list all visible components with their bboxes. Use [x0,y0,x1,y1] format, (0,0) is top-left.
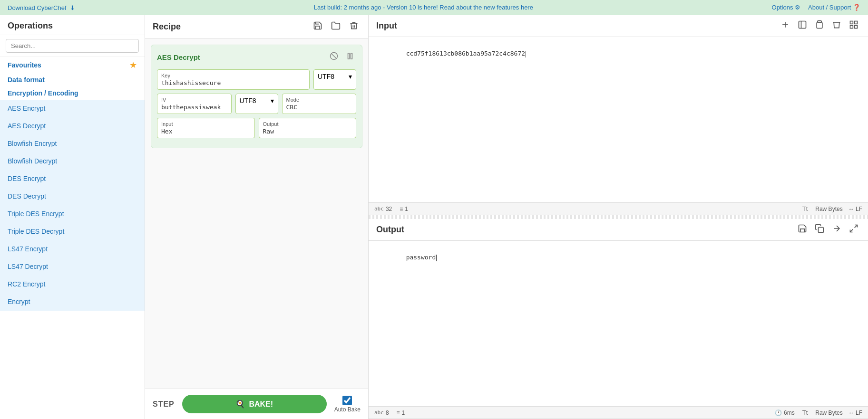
input-statusbar: abc 32 ≡ 1 Tt Raw Bytes ↔ LF [369,202,868,215]
mode-field: Mode CBC [282,94,357,114]
io-divider[interactable] [369,215,868,219]
output-title: Output [376,225,404,235]
recipe-header-icons [311,20,361,34]
output-statusbar-right: 🕐 6ms Tt Raw Bytes ↔ LF [775,408,862,417]
sidebar-item-des-decrypt[interactable]: DES Decrypt [0,188,145,205]
sidebar-item-label: LS47 Decrypt [8,263,48,270]
sidebar-item-blowfish-encrypt[interactable]: Blowfish Encrypt [0,135,145,152]
svg-line-13 [855,225,858,228]
sidebar-item-label: Triple DES Decrypt [8,228,64,235]
svg-rect-3 [351,53,352,59]
output-chars: 8 [386,409,389,416]
recipe-card-header: AES Decrypt [157,51,356,64]
sidebar-item-blowfish-decrypt[interactable]: Blowfish Decrypt [0,152,145,170]
input-grid-button[interactable] [847,19,860,33]
aes-decrypt-card: AES Decrypt Key th [151,45,362,148]
build-link[interactable]: here [521,4,533,11]
topbar-right: Options ⚙ About / Support ❓ [772,4,860,11]
sidebar-item-label: DES Encrypt [8,175,46,182]
bake-button[interactable]: 🍳 BAKE! [182,395,327,413]
options-link[interactable]: Options ⚙ [772,4,800,11]
input-font-button[interactable]: Tt [800,204,810,213]
input-header-icons [779,19,860,33]
sidebar-items: Favourites ★ Data format Encryption / En… [0,57,145,419]
sidebar-item-triple-des-encrypt[interactable]: Triple DES Encrypt [0,205,145,223]
key-label: Key [161,73,305,78]
sidebar-item-des-encrypt[interactable]: DES Encrypt [0,170,145,188]
output-time: 🕐 6ms [775,409,795,416]
key-encoding-field[interactable]: UTF8 ▾ [313,69,356,90]
iv-encoding-select[interactable]: UTF8 ▾ [240,97,274,105]
input-value: ccd75f18613cb086b1aa95a72c4c8672 [406,50,525,57]
open-recipe-button[interactable] [329,20,342,34]
output-section: Output password [369,219,868,419]
output-font-button[interactable]: Tt [800,408,810,417]
build-notice: Last build: 2 months ago - Version 10 is… [314,4,519,11]
input-open-button[interactable] [796,19,809,33]
input-format-field: Input Hex [157,118,255,138]
sidebar-item-ls47-encrypt[interactable]: LS47 Encrypt [0,240,145,258]
chevron-down-icon: ▾ [271,97,274,105]
save-recipe-button[interactable] [311,20,324,34]
input-paste-button[interactable] [813,19,826,33]
about-link[interactable]: About / Support ❓ [808,4,860,11]
clock-icon: 🕐 [775,409,782,416]
recipe-content: AES Decrypt Key th [145,39,368,389]
sidebar-item-label: Triple DES Encrypt [8,210,64,218]
data-format-label: Data format [8,76,45,84]
input-chars: 32 [386,206,392,212]
sidebar-item-aes-encrypt[interactable]: AES Encrypt [0,100,145,117]
sidebar-item-triple-des-decrypt[interactable]: Triple DES Decrypt [0,223,145,240]
download-link[interactable]: Download CyberChef ⬇ [8,4,75,11]
output-format-label: Output [263,121,352,127]
input-cursor [526,51,526,57]
sidebar-item-rc2-encrypt[interactable]: RC2 Encrypt [0,276,145,293]
sidebar-item-encrypt[interactable]: Encrypt [0,293,145,311]
topbar-left: Download CyberChef ⬇ [8,4,75,11]
step-button[interactable]: STEP [153,400,175,409]
auto-bake-checkbox[interactable] [342,396,352,405]
gear-icon: ⚙ [795,4,800,11]
download-icon: ⬇ [70,4,75,11]
output-send-to-input-button[interactable] [830,223,843,237]
sidebar-search-container [0,35,145,57]
auto-bake-label: Auto Bake [334,406,361,413]
lines-icon: ≡ [397,409,400,416]
sidebar-item-label: Blowfish Decrypt [8,157,57,165]
svg-line-14 [850,229,853,232]
input-format-label: Input [161,121,251,127]
sidebar-item-label: Encrypt [8,298,30,305]
svg-rect-2 [348,53,350,59]
key-encoding-select[interactable]: UTF8 ▾ [318,73,352,80]
input-content[interactable]: ccd75f18613cb086b1aa95a72c4c8672 [369,37,868,202]
input-output-row: Input Hex Output Raw [157,118,356,138]
svg-rect-8 [850,21,853,24]
sidebar-title: Operations [0,15,145,35]
mode-value: CBC [286,104,352,111]
topbar-center: Last build: 2 months ago - Version 10 is… [75,4,771,11]
input-header: Input [369,15,868,37]
sidebar-item-label: Blowfish Encrypt [8,140,57,147]
output-time-value: 6ms [784,409,795,416]
sidebar-item-ls47-decrypt[interactable]: LS47 Decrypt [0,258,145,276]
encryption-label: Encryption / Encoding [8,89,78,97]
key-value: thishashissecure [161,79,305,86]
search-input[interactable] [6,39,139,53]
key-row: Key thishashissecure UTF8 ▾ [157,69,356,90]
disable-step-button[interactable] [328,51,340,64]
input-clear-button[interactable] [830,19,843,33]
input-add-button[interactable] [779,19,792,33]
sidebar-item-label: LS47 Encrypt [8,245,48,253]
output-statusbar: abc 8 ≡ 1 🕐 6ms Tt Raw [369,406,868,419]
abc-icon: abc [374,206,384,212]
output-statusbar-left: abc 8 ≡ 1 [374,409,405,416]
pause-step-button[interactable] [344,51,356,64]
sidebar-item-aes-decrypt[interactable]: AES Decrypt [0,117,145,135]
output-save-button[interactable] [796,223,809,237]
output-fullscreen-button[interactable] [847,223,860,237]
input-statusbar-left: abc 32 ≡ 1 [374,206,408,212]
iv-encoding-field[interactable]: UTF8 ▾ [235,94,278,114]
clear-recipe-button[interactable] [347,20,361,34]
output-copy-button[interactable] [813,223,826,237]
auto-bake-container: Auto Bake [334,396,361,413]
